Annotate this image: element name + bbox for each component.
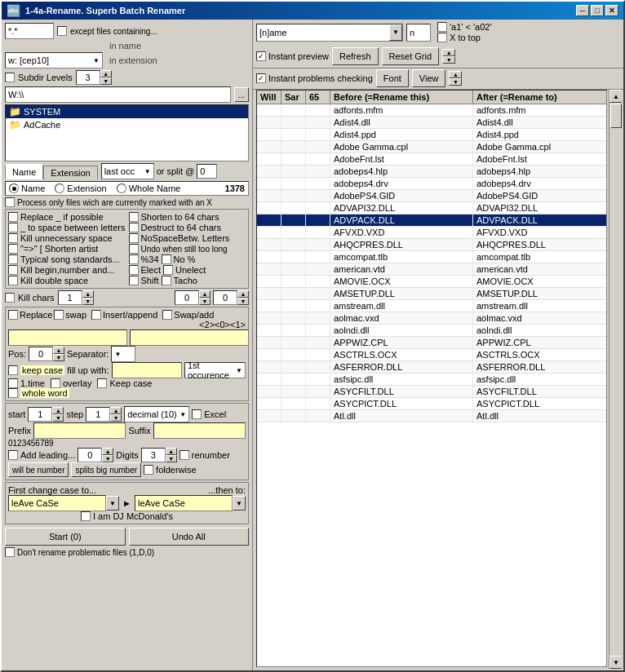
overlay-cb[interactable] — [51, 378, 60, 388]
case-arrow-2[interactable]: ▼ — [233, 496, 246, 511]
table-row[interactable]: AMOVIE.OCX AMOVIE.OCX W:\SYSTE... — [257, 276, 606, 288]
scroll-thumb[interactable] — [610, 104, 622, 128]
refresh-button[interactable]: Refresh — [332, 47, 379, 65]
scroll-track[interactable] — [609, 103, 622, 656]
ext-option-dropdown[interactable]: last occ ▼ — [101, 163, 154, 179]
table-row[interactable]: aolmac.vxd aolmac.vxd W:\SYSTE... — [257, 312, 606, 325]
folderwise-cb[interactable] — [144, 465, 153, 475]
add-down[interactable]: ▼ — [102, 455, 113, 462]
digits-down[interactable]: ▼ — [166, 455, 177, 462]
kill-double-space-cb[interactable] — [8, 276, 18, 285]
pos-value[interactable] — [29, 347, 53, 361]
replace-underscore-cb[interactable] — [8, 212, 18, 222]
x-to-top-checkbox[interactable] — [437, 33, 447, 42]
subdir-value[interactable] — [76, 70, 100, 85]
shorten64-cb[interactable] — [129, 212, 139, 222]
spinner2-up[interactable]: ▲ — [237, 290, 249, 298]
pos-down[interactable]: ▼ — [53, 354, 64, 361]
start-down[interactable]: ▼ — [52, 414, 64, 422]
name-formula-arrow[interactable]: ▼ — [389, 24, 402, 41]
radio-extension[interactable]: Extension — [55, 183, 106, 193]
radio-wholename-btn[interactable] — [117, 183, 126, 193]
spinner1-up[interactable]: ▲ — [199, 290, 211, 298]
table-row[interactable]: AHQCPRES.DLL AHQCPRES.DLL W:\SYSTE... — [257, 239, 606, 251]
fill-up-input[interactable] — [112, 362, 182, 378]
minimize-button[interactable]: ─ — [576, 5, 589, 16]
toolbar2-up-btn[interactable]: ▲ — [449, 71, 462, 78]
renumber-cb[interactable] — [180, 450, 189, 460]
whole-word-cb[interactable] — [8, 388, 18, 398]
radio-name[interactable]: Name — [9, 183, 45, 193]
table-row[interactable]: AdobePS4.GID AdobePS4.GID W:\SYSTE... — [257, 190, 606, 202]
digits-up[interactable]: ▲ — [166, 448, 177, 455]
first-occur-dropdown[interactable]: 1st occurence ▼ — [184, 362, 246, 378]
spinner1-down[interactable]: ▼ — [199, 298, 211, 305]
suffix-input[interactable] — [153, 422, 246, 439]
col-header-num[interactable]: 65 — [306, 91, 330, 104]
split-value[interactable] — [197, 164, 217, 179]
table-row[interactable]: adfonts.mfm adfonts.mfm W:\SYSTE... — [257, 104, 606, 117]
step-up[interactable]: ▲ — [110, 407, 122, 414]
replace-input[interactable] — [130, 329, 249, 346]
scroll-up-btn[interactable]: ▲ — [609, 90, 622, 103]
splits-big-btn[interactable]: splits big number — [71, 462, 141, 477]
col-header-will[interactable]: Will — [257, 91, 281, 104]
table-row[interactable]: ADVPACK.DLL ADVPACK.DLL W:\SYSTE... — [257, 214, 606, 227]
table-row[interactable]: Adist4.dll Adist4.dll W:\SYSTE... — [257, 117, 606, 129]
prefix-input[interactable] — [33, 422, 126, 439]
tree-item-adcache[interactable]: 📁 AdCache — [6, 118, 248, 131]
case-arrow-1[interactable]: ▼ — [106, 496, 119, 511]
scroll-down-btn[interactable]: ▼ — [609, 656, 622, 669]
digits-value[interactable] — [141, 448, 166, 462]
radio-wholename[interactable]: Whole Name — [117, 183, 181, 193]
start-up[interactable]: ▲ — [52, 407, 64, 414]
table-row[interactable]: Adist4.ppd Adist4.ppd W:\SYSTE... — [257, 129, 606, 141]
shift-cb[interactable] — [129, 276, 139, 285]
undo-too-long-cb[interactable] — [129, 244, 139, 254]
radio-name-btn[interactable] — [9, 183, 19, 193]
keep-case-cb[interactable] — [8, 365, 18, 375]
case-input-2[interactable] — [135, 495, 233, 511]
folder-tree[interactable]: 📁 SYSTEM 📁 AdCache — [5, 104, 249, 161]
instant-preview-cb[interactable] — [256, 51, 266, 61]
filter-input[interactable] — [5, 23, 54, 39]
instant-problems-cb[interactable] — [256, 73, 266, 83]
tab-extension[interactable]: Extension — [43, 166, 97, 179]
table-row[interactable]: american.vtd american.vtd W:\SYSTE... — [257, 263, 606, 276]
subdir-down-btn[interactable]: ▼ — [100, 77, 112, 85]
a1-checkbox[interactable] — [437, 22, 447, 32]
kill-chars-down[interactable]: ▼ — [82, 298, 94, 305]
excel-cb[interactable] — [192, 409, 202, 419]
spinner2-down[interactable]: ▼ — [237, 298, 249, 305]
filter-n-input[interactable] — [406, 24, 431, 42]
table-row[interactable]: ASFERROR.DLL ASFERROR.DLL W:\SYSTE... — [257, 361, 606, 374]
table-row[interactable]: AdobeFnt.lst AdobeFnt.lst W:\SYSTE... — [257, 153, 606, 166]
reset-grid-button[interactable]: Reset Grid — [382, 47, 440, 65]
swap-cb[interactable] — [54, 310, 64, 320]
table-row[interactable]: ASYCPICT.DLL ASYCPICT.DLL W:\SYSTE... — [257, 398, 606, 410]
table-row[interactable]: aolndi.dll aolndi.dll W:\SYSTE... — [257, 325, 606, 337]
replace-cb[interactable] — [8, 310, 18, 320]
table-row[interactable]: ASYCFILT.DLL ASYCFILT.DLL W:\SYSTE... — [257, 386, 606, 398]
spinner2-value[interactable] — [213, 290, 237, 305]
table-row[interactable]: Atl.dll Atl.dll W:\SYSTE... — [257, 410, 606, 422]
tree-item-system[interactable]: 📁 SYSTEM — [6, 105, 248, 118]
elect-cb[interactable] — [129, 265, 139, 275]
percent-cb[interactable] — [129, 254, 139, 264]
step-down[interactable]: ▼ — [110, 414, 122, 422]
except-checkbox[interactable] — [57, 26, 67, 36]
name-formula-input[interactable] — [257, 24, 389, 41]
table-row[interactable]: ADVAPI32.DLL ADVAPI32.DLL W:\SYSTE... — [257, 202, 606, 214]
path-input[interactable] — [5, 86, 231, 103]
separator-dropdown[interactable]: ▼ — [111, 346, 135, 362]
font-button[interactable]: Font — [376, 69, 409, 87]
swap-add-cb[interactable] — [162, 310, 172, 320]
find-input[interactable] — [8, 329, 127, 346]
spinner1-value[interactable] — [175, 290, 199, 305]
dont-rename-cb[interactable] — [5, 547, 15, 557]
drive-dropdown[interactable]: w: [cep10] ▼ — [5, 52, 103, 69]
kill-chars-up[interactable]: ▲ — [82, 290, 94, 298]
table-row[interactable]: APPWIZ.CPL APPWIZ.CPL W:\SYSTE... — [257, 337, 606, 349]
tab-name[interactable]: Name — [5, 164, 43, 179]
table-row[interactable]: asfsipc.dll asfsipc.dll W:\SYSTE... — [257, 374, 606, 386]
